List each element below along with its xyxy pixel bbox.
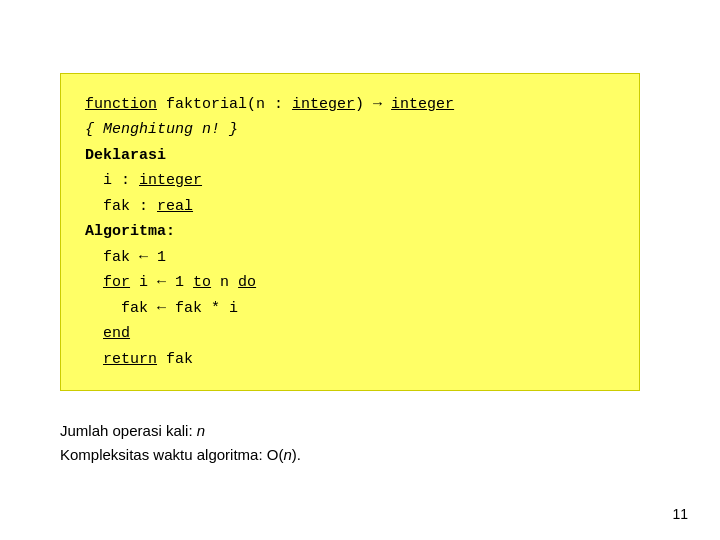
code-line-9: fak ← fak * i	[85, 296, 615, 322]
kompleksitas-italic: n	[283, 446, 291, 463]
kw-real: real	[157, 198, 193, 215]
code-line-2: { Menghitung n! }	[85, 117, 615, 143]
code-line-10: end	[85, 321, 615, 347]
kw-to: to	[193, 274, 211, 291]
page-number: 11	[672, 506, 688, 522]
kw-integer3: integer	[139, 172, 202, 189]
code-box: function faktorial(n : integer) → intege…	[60, 73, 640, 392]
code-line-5: fak : real	[85, 194, 615, 220]
code-line-6: Algoritma:	[85, 219, 615, 245]
kw-for: for	[103, 274, 130, 291]
jumlah-italic: n	[197, 422, 205, 439]
code-line-1: function faktorial(n : integer) → intege…	[85, 92, 615, 118]
kw-integer1: integer	[292, 96, 355, 113]
jumlah-line: Jumlah operasi kali: n	[60, 419, 301, 443]
algoritma-label: Algoritma:	[85, 223, 175, 240]
jumlah-prefix: Jumlah operasi kali:	[60, 422, 197, 439]
code-line-3: Deklarasi	[85, 143, 615, 169]
bottom-text: Jumlah operasi kali: n Kompleksitas wakt…	[60, 419, 301, 467]
kw-integer2: integer	[391, 96, 454, 113]
kw-do: do	[238, 274, 256, 291]
kompleksitas-line: Kompleksitas waktu algoritma: O(n).	[60, 443, 301, 467]
code-line-8: for i ← 1 to n do	[85, 270, 615, 296]
comment-menghitung: { Menghitung n! }	[85, 121, 238, 138]
slide-container: function faktorial(n : integer) → intege…	[0, 0, 720, 540]
code-line-11: return fak	[85, 347, 615, 373]
kompleksitas-prefix: Kompleksitas waktu algoritma: O(	[60, 446, 283, 463]
kw-function: function	[85, 96, 157, 113]
code-line-7: fak ← 1	[85, 245, 615, 271]
kw-end: end	[103, 325, 130, 342]
deklarasi-label: Deklarasi	[85, 147, 166, 164]
code-line-4: i : integer	[85, 168, 615, 194]
kw-return: return	[103, 351, 157, 368]
kompleksitas-suffix: ).	[292, 446, 301, 463]
